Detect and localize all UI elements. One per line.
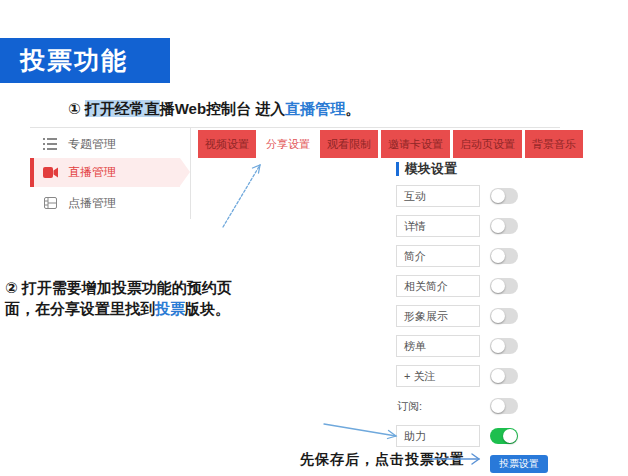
step1-highlighted-text: 打开经常直 [85, 100, 160, 117]
settings-tab-bar: 视频设置 分享设置 观看限制 邀请卡设置 启动页设置 背景音乐 [198, 130, 583, 158]
module-settings-title: 模块设置 [405, 160, 457, 178]
module-row-details: 详情 [396, 215, 518, 237]
step1-period: 。 [345, 100, 360, 117]
header-accent-bar [396, 162, 399, 176]
sidebar-item-topic-management[interactable]: 专题管理 [30, 131, 180, 157]
sidebar-item-label: 点播管理 [68, 195, 116, 212]
module-row-image-display: 形象展示 [396, 305, 518, 327]
module-name-input[interactable]: 榜单 [396, 335, 480, 357]
film-icon [42, 197, 58, 209]
sidebar-item-live-management[interactable]: 直播管理 [30, 158, 180, 187]
module-row-intro: 简介 [396, 245, 518, 267]
subscribe-label: 订阅: [396, 399, 480, 414]
step1-link: 直播管理 [285, 100, 345, 117]
step1-instruction: ①打开经常直播Web控制台 进入直播管理。 [68, 100, 360, 119]
module-name-input[interactable]: 形象展示 [396, 305, 480, 327]
page: 投票功能 ①打开经常直播Web控制台 进入直播管理。 专题管理 直播管理 点播管… [0, 0, 628, 476]
footer-note: 先保存后，点击投票设置 [300, 451, 465, 469]
tab-launch-page[interactable]: 启动页设置 [453, 130, 522, 158]
sidebar-item-vod-management[interactable]: 点播管理 [30, 190, 180, 216]
step2-text-line1: 打开需要增加投票功能的预约页 [22, 279, 232, 296]
tab-background-music[interactable]: 背景音乐 [525, 130, 583, 158]
step2-number: ② [5, 279, 18, 296]
page-title: 投票功能 [0, 38, 170, 83]
toggle-switch[interactable] [490, 188, 518, 204]
sidebar-item-label: 专题管理 [68, 136, 116, 153]
module-name-input[interactable]: 详情 [396, 215, 480, 237]
step2-text-line2-end: 版块。 [185, 300, 230, 317]
toggle-switch[interactable] [490, 338, 518, 354]
module-row-related-intro: 相关简介 [396, 275, 518, 297]
tab-video-settings[interactable]: 视频设置 [198, 130, 256, 158]
module-row-interaction: 互动 [396, 185, 518, 207]
toggle-switch[interactable] [490, 428, 518, 444]
arrow-to-share-settings-tab [215, 157, 270, 232]
module-name-input[interactable]: 简介 [396, 245, 480, 267]
sidebar-divider [190, 127, 191, 219]
module-row-ranking: 榜单 [396, 335, 518, 357]
step1-text: 播Web控制台 进入 [160, 100, 286, 117]
module-settings-panel: 模块设置 互动 详情 简介 相关简介 形象展示 榜单 + 关注 [396, 161, 518, 473]
toggle-switch[interactable] [490, 218, 518, 234]
module-row-boost: 助力 [396, 425, 518, 447]
step2-instruction: ②打开需要增加投票功能的预约页 面，在分享设置里找到投票版块。 [5, 277, 237, 319]
video-camera-icon [42, 167, 58, 178]
tab-share-settings[interactable]: 分享设置 [259, 130, 317, 158]
module-name-input[interactable]: 助力 [396, 425, 480, 447]
step2-link: 投票 [155, 300, 185, 317]
toggle-switch[interactable] [490, 368, 518, 384]
module-name-input[interactable]: 相关简介 [396, 275, 480, 297]
toggle-switch[interactable] [490, 308, 518, 324]
step2-text-line2: 面，在分享设置里找到 [5, 300, 155, 317]
toggle-switch[interactable] [490, 398, 518, 414]
module-row-follow: + 关注 [396, 365, 518, 387]
module-row-subscribe: 订阅: [396, 395, 518, 417]
toggle-switch[interactable] [490, 278, 518, 294]
list-icon [42, 138, 58, 150]
tab-viewing-restrictions[interactable]: 观看限制 [320, 130, 378, 158]
panel-top-border [30, 127, 560, 128]
module-settings-header: 模块设置 [396, 161, 518, 177]
step1-number: ① [68, 100, 81, 117]
vote-settings-button[interactable]: 投票设置 [490, 455, 548, 473]
tab-invitation-card[interactable]: 邀请卡设置 [381, 130, 450, 158]
module-name-input[interactable]: 互动 [396, 185, 480, 207]
toggle-switch[interactable] [490, 248, 518, 264]
module-name-input[interactable]: + 关注 [396, 365, 480, 387]
sidebar-item-label: 直播管理 [68, 164, 116, 181]
arrow-to-boost-module [320, 416, 404, 446]
